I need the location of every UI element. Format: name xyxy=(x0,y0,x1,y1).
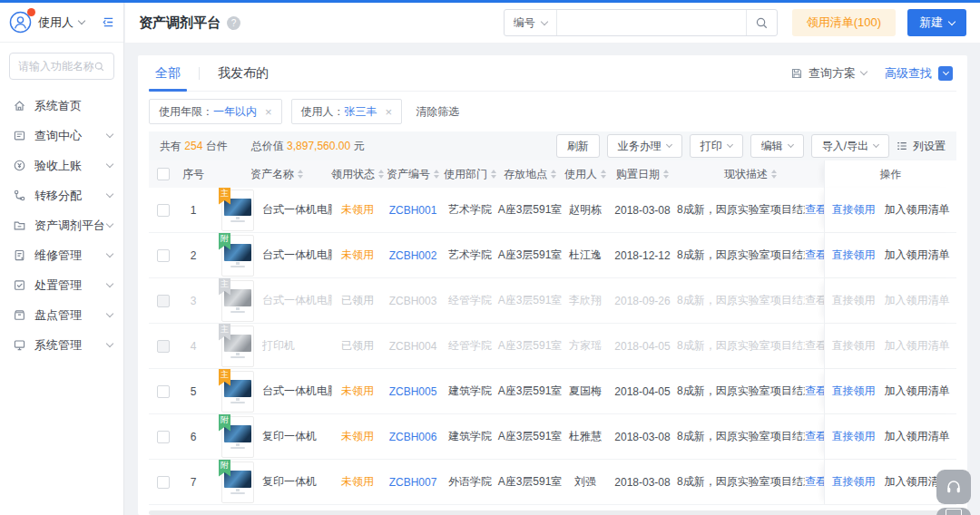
sort-icon[interactable] xyxy=(434,170,439,179)
sort-icon[interactable] xyxy=(298,170,303,179)
avatar[interactable] xyxy=(9,11,32,34)
clear-filters-button[interactable]: 清除筛选 xyxy=(416,104,459,120)
row-checkbox[interactable] xyxy=(157,204,170,217)
add-to-claim-list-link[interactable]: 加入领用清单 xyxy=(885,384,950,399)
direct-claim-link[interactable]: 直接领用 xyxy=(832,338,876,354)
toolbar-button-2[interactable]: 打印 xyxy=(690,134,743,158)
transfer-icon xyxy=(12,189,26,203)
column-header-user[interactable]: 使用人 xyxy=(563,160,608,188)
toolbar-button-1[interactable]: 业务办理 xyxy=(607,134,682,158)
asset-code-link[interactable]: ZCBH005 xyxy=(389,385,437,398)
remove-filter-icon[interactable]: × xyxy=(265,106,272,118)
asset-thumbnail[interactable]: 附 xyxy=(221,235,254,277)
advanced-search-button[interactable]: 高级查找 xyxy=(885,65,953,82)
asset-name: 打印机 xyxy=(262,338,295,354)
column-settings-button[interactable]: 列设置 xyxy=(896,139,946,154)
add-to-claim-list-link[interactable]: 加入领用清单 xyxy=(885,248,950,263)
query-plan-button[interactable]: 查询方案 xyxy=(790,65,867,82)
sort-icon[interactable] xyxy=(663,170,669,179)
view-link[interactable]: 查看 xyxy=(805,293,824,308)
direct-claim-link[interactable]: 直接领用 xyxy=(832,429,876,444)
asset-code-link[interactable]: ZCBH007 xyxy=(389,476,437,489)
search-category-select[interactable]: 编号 xyxy=(505,10,557,35)
new-button[interactable]: 新建 xyxy=(907,9,966,36)
view-link[interactable]: 查看 xyxy=(805,474,824,490)
sidebar-item-query-center[interactable]: 查询中心 xyxy=(0,121,123,151)
add-to-claim-list-link[interactable]: 加入领用清单 xyxy=(885,429,950,444)
column-header-loc[interactable]: 存放地点 xyxy=(497,160,563,188)
sidebar-item-asset-platform[interactable]: 资产调剂平台 xyxy=(0,210,123,240)
asset-thumbnail[interactable]: 主 xyxy=(221,189,254,231)
tab-1[interactable]: 我发布的 xyxy=(215,55,271,91)
row-checkbox[interactable] xyxy=(157,476,170,489)
sort-icon[interactable] xyxy=(551,170,556,179)
row-checkbox[interactable] xyxy=(157,431,170,443)
direct-claim-link[interactable]: 直接领用 xyxy=(832,384,876,399)
view-link[interactable]: 查看 xyxy=(805,429,824,444)
column-header-date[interactable]: 购置日期 xyxy=(608,160,677,188)
toolbar-button-4[interactable]: 导入/导出 xyxy=(811,134,889,158)
asset-thumbnail[interactable]: 附 xyxy=(221,416,254,458)
toolbar-button-0[interactable]: 刷新 xyxy=(556,134,600,158)
sidebar-search-input[interactable] xyxy=(18,60,93,73)
direct-claim-link[interactable]: 直接领用 xyxy=(832,474,876,490)
asset-thumbnail[interactable]: 主 xyxy=(221,326,254,367)
sort-icon[interactable] xyxy=(491,170,496,179)
asset-thumbnail[interactable]: 附 xyxy=(221,462,254,503)
row-checkbox[interactable] xyxy=(157,340,170,353)
asset-code-link[interactable]: ZCBH004 xyxy=(389,340,437,353)
sidebar-search[interactable] xyxy=(9,53,114,80)
asset-code-link[interactable]: ZCBH002 xyxy=(389,249,437,262)
toolbar-button-3[interactable]: 编辑 xyxy=(750,134,804,158)
direct-claim-link[interactable]: 直接领用 xyxy=(832,248,876,263)
view-link[interactable]: 查看 xyxy=(805,338,824,354)
sidebar-collapse-button[interactable] xyxy=(102,15,115,29)
row-index: 2 xyxy=(178,233,209,277)
asset-thumbnail[interactable]: 主 xyxy=(221,280,254,322)
asset-code-link[interactable]: ZCBH003 xyxy=(389,295,437,307)
sidebar-item-home[interactable]: 系统首页 xyxy=(0,91,123,121)
row-checkbox[interactable] xyxy=(157,385,170,398)
tabs: 全部我发布的 xyxy=(152,55,271,91)
tabs-right-actions: 查询方案 高级查找 xyxy=(790,65,953,82)
column-header-status[interactable]: 领用状态 xyxy=(332,160,383,188)
help-icon[interactable]: ? xyxy=(227,16,240,30)
sidebar-item-transfer[interactable]: 转移分配 xyxy=(0,180,123,210)
search-button[interactable] xyxy=(746,10,777,35)
select-all-checkbox[interactable] xyxy=(157,168,170,180)
asset-code-link[interactable]: ZCBH006 xyxy=(389,431,437,443)
view-link[interactable]: 查看 xyxy=(805,248,824,263)
sidebar-item-inventory[interactable]: 盘点管理 xyxy=(0,300,123,330)
sort-icon[interactable] xyxy=(771,170,777,179)
sort-icon[interactable] xyxy=(601,170,606,179)
column-header-dept[interactable]: 使用部门 xyxy=(443,160,497,188)
sidebar-item-disposal[interactable]: 处置管理 xyxy=(0,270,123,300)
add-to-claim-list-link[interactable]: 加入领用清单 xyxy=(885,202,950,218)
column-header-code[interactable]: 资产编号 xyxy=(383,160,443,188)
column-header-desc[interactable]: 现状描述 xyxy=(677,160,824,188)
storage-location: A座3层591室 xyxy=(497,188,563,232)
total-value-stat: 总价值 3,897,560.00 元 xyxy=(251,139,365,154)
claim-list-button[interactable]: 领用清单(100) xyxy=(792,9,896,36)
remove-filter-icon[interactable]: × xyxy=(386,106,393,118)
support-button[interactable] xyxy=(936,470,971,504)
feedback-button[interactable] xyxy=(936,508,971,515)
add-to-claim-list-link[interactable]: 加入领用清单 xyxy=(885,293,950,308)
asset-code-link[interactable]: ZCBH001 xyxy=(389,204,437,217)
asset-thumbnail[interactable]: 主 xyxy=(221,371,254,413)
current-user-label[interactable]: 使用人 xyxy=(38,15,74,31)
view-link[interactable]: 查看 xyxy=(805,384,824,399)
add-to-claim-list-link[interactable]: 加入领用清单 xyxy=(885,338,950,354)
view-link[interactable]: 查看 xyxy=(805,202,824,218)
sidebar-item-acceptance[interactable]: 验收上账 xyxy=(0,151,123,180)
sidebar-item-repair[interactable]: 维修管理 xyxy=(0,240,123,270)
direct-claim-link[interactable]: 直接领用 xyxy=(832,293,876,308)
column-header-name[interactable]: 资产名称 xyxy=(209,160,332,188)
tab-0[interactable]: 全部 xyxy=(152,55,183,91)
horizontal-scrollbar[interactable] xyxy=(149,510,956,515)
row-checkbox[interactable] xyxy=(157,249,170,262)
sidebar-item-system[interactable]: 系统管理 xyxy=(0,330,123,360)
direct-claim-link[interactable]: 直接领用 xyxy=(832,202,876,218)
header-search-input[interactable] xyxy=(557,10,746,35)
row-checkbox[interactable] xyxy=(157,295,170,307)
